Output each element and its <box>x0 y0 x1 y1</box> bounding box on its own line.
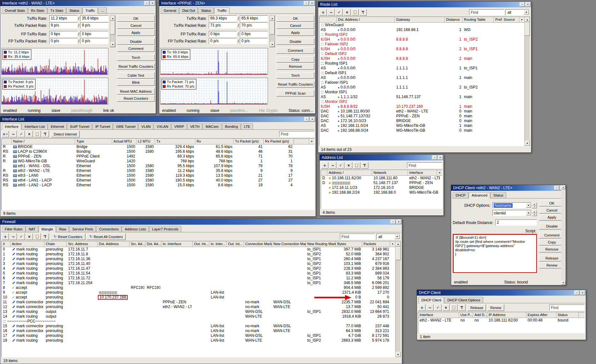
field-value[interactable]: 35.6 kbps <box>80 15 108 21</box>
table-row[interactable]: ::: Routing ISP2 <box>319 32 524 37</box>
tab-nat[interactable]: NAT <box>26 226 38 232</box>
table-row[interactable]: eth1 - WAN1 - DSLEthernet1500158095.5 kb… <box>2 164 314 168</box>
script-input[interactable]: :if ($bound=1) do={ /ip route set [find … <box>453 235 536 272</box>
column-header[interactable]: Tx <box>155 139 195 144</box>
disable-button[interactable]: × <box>26 233 33 240</box>
table-row[interactable]: ::: Monitor ISP2 <box>319 99 524 104</box>
table-row[interactable]: ::: Default ISP2 <box>319 51 524 56</box>
table-row[interactable]: Reth2 - WAN2 - LTEEthernet1500158011.2 k… <box>2 168 314 173</box>
ok-button[interactable]: OK <box>277 15 314 22</box>
disable-button[interactable]: × <box>343 9 351 16</box>
reset-mac-address-button[interactable]: Reset MAC Address <box>117 88 155 95</box>
table-row[interactable]: 18mark routingpreroutingLAN-listWAN-LTEt… <box>2 338 395 343</box>
table-row[interactable]: D◆51.148.77.137PPPoE - ZEN <box>321 181 442 185</box>
scroll-up-icon[interactable]: ▲ <box>396 241 401 246</box>
close-button[interactable]: × <box>438 155 443 160</box>
table-row[interactable]: 15mark connectionpreroutingLAN-listno-ma… <box>2 324 395 329</box>
tab-dhcp[interactable]: DHCP <box>453 192 468 198</box>
cancel-button[interactable]: Cancel <box>277 22 314 29</box>
table-row[interactable]: DAC▸51.148.77.137/32PPPoE - ZEN0main <box>319 114 524 119</box>
column-select-icon[interactable]: ▼ <box>309 139 314 144</box>
option-reorder-spinner[interactable]: ▲ ▼ <box>532 202 537 208</box>
column-header[interactable]: Src. Address <box>67 241 98 247</box>
column-header[interactable] <box>321 170 327 176</box>
table-row[interactable]: ::: Monitor ISP1 <box>319 90 524 95</box>
plus-button[interactable]: + <box>2 233 9 240</box>
scroll-thumb[interactable] <box>110 21 115 35</box>
plus-button[interactable]: + <box>321 162 328 169</box>
table-row[interactable]: IUSH▸0.0.0.0/08.8.8.82main <box>319 56 524 61</box>
dropdown-arrow-icon[interactable]: ▼ <box>524 10 529 15</box>
filter-button[interactable] <box>361 162 368 169</box>
scroll-up-icon[interactable]: ▲ <box>270 16 275 21</box>
apply-button[interactable]: Apply <box>277 29 314 36</box>
column-header[interactable]: New Connection Mark <box>272 241 306 247</box>
renew-button[interactable]: Renew <box>539 262 565 268</box>
table-row[interactable]: ::: ~~~~~~~~~PCC~~~~~~~~~ <box>2 319 395 324</box>
scroll-thumb[interactable] <box>396 247 401 260</box>
scroll-down-icon[interactable]: ▼ <box>525 141 530 146</box>
rollup-button[interactable]: ▫ <box>390 220 396 224</box>
field-value[interactable]: 9 p/s <box>80 22 108 28</box>
plus-button[interactable]: + <box>418 304 426 311</box>
tab-advanced[interactable]: Advanced <box>469 192 490 198</box>
reset-traffic-counters-button[interactable]: Reset Traffic Counters <box>117 63 155 70</box>
column-header[interactable]: Actual MTU <box>112 139 137 144</box>
table-row[interactable]: ::: WireGuard <box>319 23 524 27</box>
column-header[interactable]: Dst. Address / <box>337 17 395 23</box>
table-row[interactable]: IUSH▸8.8.8.8/3210.170.237.1691main <box>319 104 524 109</box>
column-header[interactable]: Type <box>75 139 112 144</box>
tab-vxlan[interactable]: VXLAN <box>154 123 171 129</box>
scroll-down-icon[interactable]: ▼ <box>270 42 275 47</box>
table-row[interactable]: DAC▸10.186.111.60/30eth2 - WAN2 - LTE0ma… <box>319 109 524 114</box>
column-header[interactable]: Tx Packet (p/s) <box>234 139 264 144</box>
column-header[interactable]: Name / <box>12 139 75 144</box>
rollup-button[interactable]: ▫ <box>304 1 309 5</box>
table-row[interactable]: ◆172.16.11.1/23172.16.10.0BRIDGE <box>321 185 442 190</box>
tab-macsec[interactable]: MACsec <box>203 123 222 129</box>
tab-dhcp-client[interactable]: DHCP Client <box>419 297 444 303</box>
ok-button[interactable]: OK <box>539 200 565 206</box>
column-header[interactable]: IP Address <box>487 312 526 318</box>
note-button[interactable] <box>351 9 359 16</box>
table-row[interactable]: 5mark routingprerouting172.16.11.54to_IS… <box>2 271 395 276</box>
default-route-distance-input[interactable]: 2 <box>495 220 537 226</box>
scroll-thumb[interactable] <box>270 21 275 35</box>
scrollbar[interactable]: ▲ ▼ <box>110 15 115 47</box>
column-header[interactable]: Connection Mark <box>244 241 272 247</box>
minus-button[interactable]: − <box>329 162 336 169</box>
table-row[interactable]: 7mark routingprerouting172.16.11.254to_I… <box>2 281 395 285</box>
rollup-button[interactable]: ▫ <box>520 2 525 7</box>
column-header[interactable]: In. Inter... <box>209 241 227 247</box>
spin-down-icon[interactable]: ▼ <box>532 205 537 209</box>
note-button[interactable] <box>450 304 458 311</box>
tab-status[interactable]: Status <box>67 7 82 13</box>
table-row[interactable]: AS▸0.0.0.0/0192.168.88.11WG <box>319 27 524 32</box>
dhcp-option-select-2[interactable]: clientid ▼ <box>492 210 531 216</box>
table-row[interactable]: AS▸0.0.0.0/01.1.1.12to_ISP2 <box>319 85 524 90</box>
column-header[interactable]: Dst. Address <box>98 241 129 247</box>
table-row[interactable]: 13mark routingoutputWAN-DSLto_ISP12832.0… <box>2 309 395 314</box>
disable-button[interactable]: Disable <box>277 38 314 45</box>
remove-button[interactable]: Remove <box>277 63 314 70</box>
comment-button[interactable]: Comment <box>117 45 155 52</box>
tab-eoip-tunnel[interactable]: EoIP Tunnel <box>67 123 92 129</box>
scroll-up-icon[interactable]: ▲ <box>525 17 530 22</box>
close-button[interactable]: × <box>150 1 155 5</box>
tab-vlan[interactable]: VLAN <box>138 123 153 129</box>
script-scrollbar[interactable]: ▲ ▼ <box>561 185 565 285</box>
table-row[interactable]: 12mark connectionpreroutingeth2 - WAN2 -… <box>2 305 395 309</box>
minus-button[interactable]: − <box>426 304 434 311</box>
table-row[interactable]: DAC▸172.16.10.0/23BRIDGE0main <box>319 119 524 123</box>
table-row[interactable]: RSLACP to C2960XBonding15001580195.6 kbp… <box>2 149 314 154</box>
table-row[interactable]: ::: Routing ISP1 <box>319 61 524 66</box>
column-header[interactable]: In. Interface <box>161 241 193 247</box>
dhcp-option-select-1[interactable]: hostname ▼ <box>492 202 531 208</box>
column-header[interactable]: Out. Int... <box>193 241 209 247</box>
tab-dhcp-client-options[interactable]: DHCP Client Options <box>444 297 483 303</box>
tab-ethernet[interactable]: Ethernet <box>48 123 67 129</box>
table-row[interactable]: 17mark routingpreroutingLAN-listWAN-DSLt… <box>2 333 395 338</box>
note-button[interactable] <box>353 162 360 169</box>
plus-button[interactable]: + <box>319 9 327 16</box>
tab-address-lists[interactable]: Address Lists <box>122 226 149 232</box>
